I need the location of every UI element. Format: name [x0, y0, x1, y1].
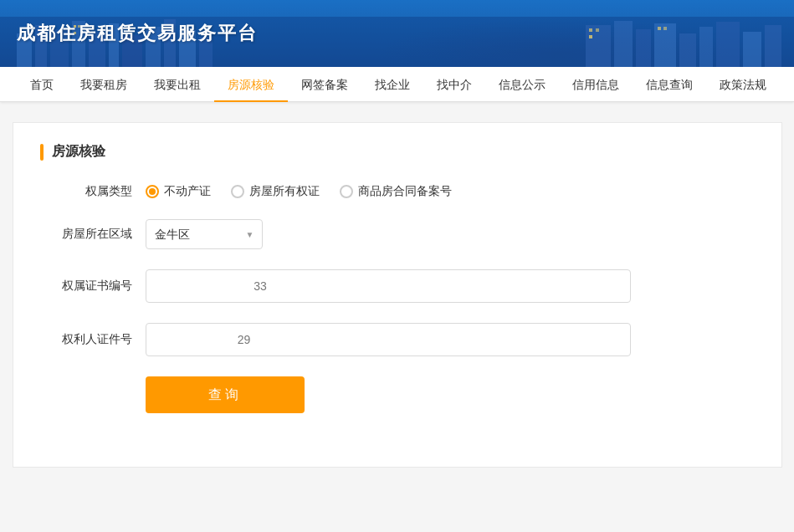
- nav-item-credit[interactable]: 信用信息: [559, 67, 633, 102]
- header: 成都住房租赁交易服务平台: [0, 0, 794, 67]
- district-label: 房屋所在区域: [40, 227, 132, 242]
- nav-item-verify[interactable]: 房源核验: [214, 67, 288, 102]
- nav-item-info[interactable]: 信息公示: [485, 67, 559, 102]
- nav-item-rent[interactable]: 我要租房: [67, 67, 141, 102]
- radio-circle-commercial: [340, 185, 353, 198]
- district-row: 房屋所在区域 金牛区 武侯区 锦江区 青羊区 成华区 高新区 ▼: [40, 219, 755, 249]
- id-no-input[interactable]: [146, 323, 631, 356]
- svg-rect-25: [596, 28, 599, 32]
- cert-no-row: 权属证书编号: [40, 269, 755, 303]
- svg-rect-27: [658, 27, 661, 30]
- nav-item-agent[interactable]: 找中介: [423, 67, 485, 102]
- radio-circle-title-deed: [146, 185, 159, 198]
- nav-item-lease[interactable]: 我要出租: [141, 67, 214, 102]
- section-title-row: 房源核验: [40, 143, 755, 161]
- page-content: 房源核验 权属类型 不动产证 房屋所有权证 商品房合同备案号 房屋所在区域: [13, 122, 782, 468]
- nav-item-contract[interactable]: 网签备案: [288, 67, 361, 102]
- section-title: 房源核验: [52, 143, 105, 161]
- svg-rect-18: [716, 22, 740, 67]
- svg-rect-24: [589, 28, 592, 32]
- cert-no-label: 权属证书编号: [40, 279, 132, 294]
- district-control: 金牛区 武侯区 锦江区 青羊区 成华区 高新区 ▼: [146, 219, 631, 249]
- svg-rect-16: [679, 33, 696, 67]
- svg-rect-28: [663, 27, 667, 30]
- nav-item-policy[interactable]: 政策法规: [706, 67, 780, 102]
- radio-item-ownership[interactable]: 房屋所有权证: [231, 184, 320, 199]
- property-type-group: 不动产证 房屋所有权证 商品房合同备案号: [146, 184, 631, 199]
- svg-rect-19: [743, 32, 761, 67]
- district-select[interactable]: 金牛区 武侯区 锦江区 青羊区 成华区 高新区: [146, 219, 263, 249]
- radio-label-title-deed: 不动产证: [164, 184, 211, 199]
- cert-no-input[interactable]: [146, 269, 631, 303]
- district-select-wrapper: 金牛区 武侯区 锦江区 青羊区 成华区 高新区 ▼: [146, 219, 263, 249]
- radio-item-commercial[interactable]: 商品房合同备案号: [340, 184, 452, 199]
- svg-rect-13: [614, 21, 633, 67]
- nav-item-home[interactable]: 首页: [17, 67, 67, 102]
- site-title: 成都住房租赁交易服务平台: [17, 21, 258, 46]
- id-no-label: 权利人证件号: [40, 332, 132, 347]
- id-no-control: [146, 323, 631, 356]
- nav-item-enterprise[interactable]: 找企业: [361, 67, 423, 102]
- svg-rect-17: [699, 27, 713, 67]
- id-no-row: 权利人证件号: [40, 323, 755, 356]
- svg-rect-14: [636, 29, 651, 67]
- button-row: 查询: [40, 376, 755, 413]
- property-type-row: 权属类型 不动产证 房屋所有权证 商品房合同备案号: [40, 184, 755, 199]
- radio-label-ownership: 房屋所有权证: [249, 184, 320, 199]
- radio-label-commercial: 商品房合同备案号: [358, 184, 452, 199]
- query-button[interactable]: 查询: [146, 376, 305, 413]
- property-type-label: 权属类型: [40, 184, 132, 199]
- svg-rect-26: [589, 35, 592, 38]
- cert-no-control: [146, 269, 631, 303]
- svg-rect-20: [765, 25, 781, 67]
- section-bar: [40, 144, 44, 161]
- nav-item-query[interactable]: 信息查询: [633, 67, 706, 102]
- radio-item-title-deed[interactable]: 不动产证: [146, 184, 211, 199]
- main-nav: 首页 我要租房 我要出租 房源核验 网签备案 找企业 找中介 信息公示 信用信息…: [0, 67, 794, 102]
- radio-circle-ownership: [231, 185, 244, 198]
